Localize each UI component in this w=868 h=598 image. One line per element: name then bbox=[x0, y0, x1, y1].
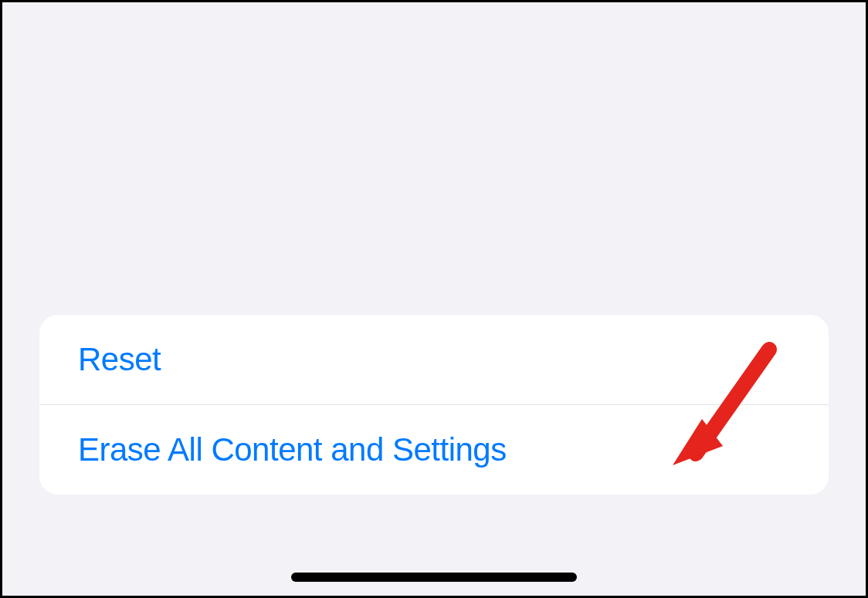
settings-group: Reset Erase All Content and Settings bbox=[39, 315, 829, 495]
home-indicator[interactable] bbox=[291, 573, 577, 582]
erase-all-label: Erase All Content and Settings bbox=[78, 431, 507, 468]
reset-row[interactable]: Reset bbox=[39, 315, 829, 404]
reset-label: Reset bbox=[78, 341, 161, 378]
erase-all-row[interactable]: Erase All Content and Settings bbox=[39, 404, 829, 495]
